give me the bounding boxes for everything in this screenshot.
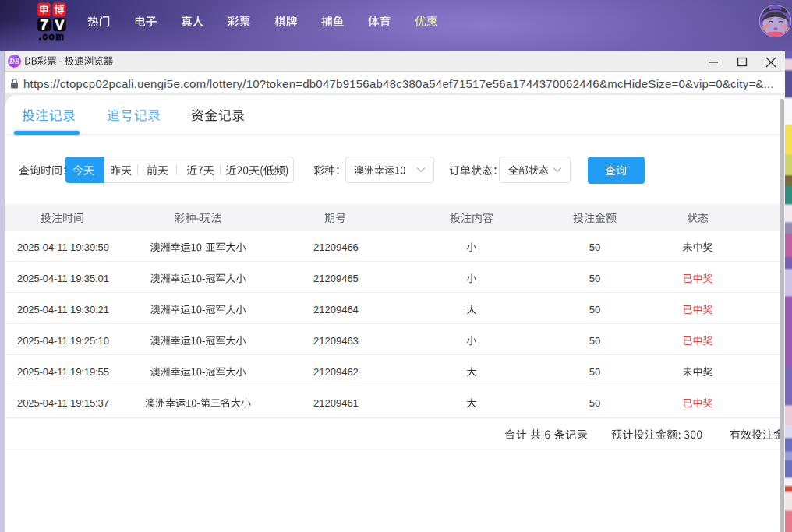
- svg-text:.com: .com: [39, 31, 65, 42]
- svg-text:DB: DB: [9, 58, 19, 65]
